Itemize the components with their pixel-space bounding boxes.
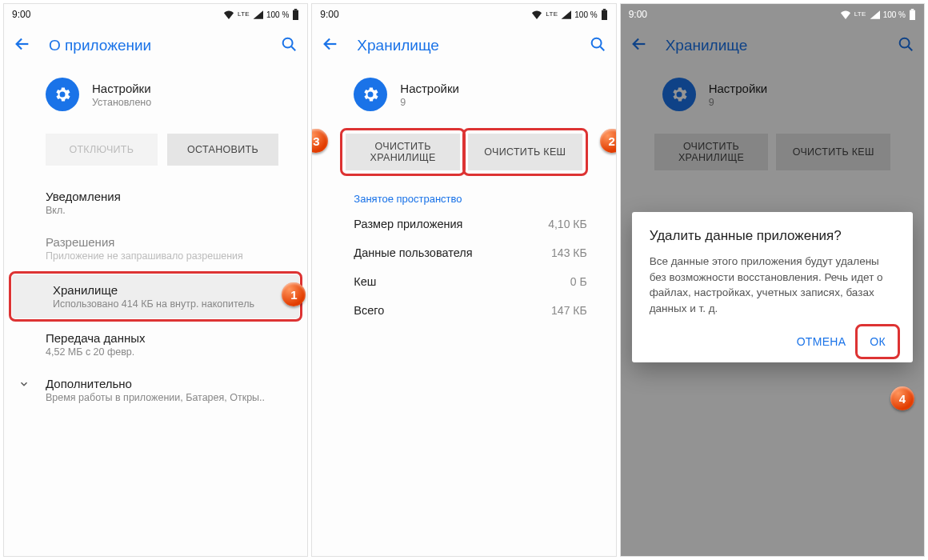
signal-icon: [870, 10, 880, 19]
app-name: Настройки: [92, 82, 151, 95]
app-name: Настройки: [400, 82, 459, 95]
app-icon-settings: [46, 78, 79, 111]
advanced-title: Дополнительно: [46, 377, 278, 390]
status-icons: LTE 100 %: [223, 9, 299, 20]
app-icon-settings: [354, 78, 387, 111]
svg-rect-1: [294, 9, 298, 10]
lte-label: LTE: [238, 11, 250, 18]
storage-sub: Использовано 414 КБ на внутр. накопитель: [53, 298, 271, 310]
permissions-item[interactable]: Разрешения Приложение не запрашивало раз…: [4, 226, 307, 271]
ok-highlight: ОК: [860, 329, 895, 354]
label: Кеш: [354, 275, 376, 288]
screen-app-info: 9:00 LTE 100 % О приложении Настройки Ус…: [3, 3, 308, 557]
status-time: 9:00: [320, 9, 338, 20]
status-time: 9:00: [12, 9, 30, 20]
action-buttons: ОТКЛЮЧИТЬ ОСТАНОВИТЬ: [4, 126, 307, 180]
data-usage-sub: 4,52 МБ с 20 февр.: [46, 346, 278, 358]
callout-marker-3: 3: [312, 129, 328, 153]
clear-storage-highlight: ОЧИСТИТЬ ХРАНИЛИЩЕ: [346, 134, 460, 170]
search-icon[interactable]: [280, 35, 298, 56]
battery-icon: [292, 9, 299, 20]
header: Хранилище: [312, 25, 615, 66]
callout-marker-2: 2: [600, 129, 616, 153]
advanced-sub: Время работы в приложении, Батарея, Откр…: [46, 392, 278, 403]
row-user-data: Данные пользователя 143 КБ: [312, 238, 615, 267]
space-used-header: Занятое пространство: [312, 185, 615, 210]
lte-label: LTE: [854, 11, 866, 18]
row-total: Всего 147 КБ: [312, 296, 615, 325]
dialog-actions: ОТМЕНА ОК: [650, 329, 895, 354]
battery-percent: 100 %: [883, 10, 906, 19]
status-bar: 9:00 LTE 100 %: [4, 4, 307, 25]
header: О приложении: [4, 25, 307, 66]
storage-title: Хранилище: [53, 283, 271, 297]
app-summary: Настройки 9: [312, 66, 615, 126]
label: Данные пользователя: [354, 246, 472, 259]
dialog-body: Все данные этого приложения будут удален…: [650, 254, 895, 316]
battery-icon: [909, 9, 916, 20]
permissions-title: Разрешения: [46, 235, 278, 249]
force-stop-button[interactable]: ОСТАНОВИТЬ: [167, 134, 279, 166]
clear-cache-button[interactable]: ОЧИСТИТЬ КЕШ: [468, 134, 582, 170]
status-time: 9:00: [629, 9, 647, 20]
status-icons: LTE 100 %: [531, 9, 607, 20]
callout-marker-4: 4: [890, 386, 914, 410]
app-version: 9: [400, 97, 459, 108]
label: Размер приложения: [354, 218, 462, 230]
storage-item[interactable]: Хранилище Использовано 414 КБ на внутр. …: [9, 271, 302, 322]
content: Настройки Установлено ОТКЛЮЧИТЬ ОСТАНОВИ…: [4, 66, 307, 556]
advanced-item[interactable]: Дополнительно Время работы в приложении,…: [4, 367, 307, 413]
svg-rect-4: [602, 9, 606, 10]
notifications-item[interactable]: Уведомления Вкл.: [4, 180, 307, 226]
status-bar: 9:00 LTE 100 %: [312, 4, 615, 25]
value: 0 Б: [570, 275, 587, 288]
notifications-sub: Вкл.: [46, 205, 278, 216]
wifi-icon: [531, 10, 542, 19]
notifications-title: Уведомления: [46, 190, 278, 203]
ok-button[interactable]: ОК: [860, 329, 895, 354]
row-cache: Кеш 0 Б: [312, 267, 615, 296]
chevron-down-icon: [18, 378, 30, 392]
svg-rect-6: [910, 10, 915, 20]
search-icon[interactable]: [589, 35, 606, 56]
lte-label: LTE: [546, 11, 558, 18]
battery-percent: 100 %: [266, 10, 289, 19]
status-icons: LTE 100 %: [840, 9, 916, 20]
svg-point-5: [591, 38, 601, 48]
battery-icon: [601, 9, 608, 20]
content: Настройки 9 3 ОЧИСТИТЬ ХРАНИЛИЩЕ ОЧИСТИТ…: [312, 66, 615, 556]
status-bar: 9:00 LTE 100 %: [621, 4, 924, 25]
screen-storage: 9:00 LTE 100 % Хранилище Настройки 9 3 О…: [311, 3, 616, 557]
cancel-button[interactable]: ОТМЕНА: [787, 329, 856, 354]
page-title: Хранилище: [357, 37, 570, 54]
back-icon[interactable]: [14, 35, 31, 56]
svg-rect-7: [911, 9, 914, 10]
permissions-sub: Приложение не запрашивало разрешения: [46, 250, 278, 262]
data-usage-item[interactable]: Передача данных 4,52 МБ с 20 февр.: [4, 322, 307, 367]
clear-storage-button[interactable]: ОЧИСТИТЬ ХРАНИЛИЩЕ: [346, 134, 460, 170]
back-icon[interactable]: [322, 35, 339, 56]
screen-dialog: 9:00 LTE 100 % Хранилище Настройки 9 ОЧИ…: [620, 3, 925, 557]
value: 143 КБ: [551, 246, 587, 259]
svg-rect-3: [602, 10, 607, 20]
delete-data-dialog: Удалить данные приложения? Все данные эт…: [632, 212, 913, 362]
dialog-title: Удалить данные приложения?: [650, 228, 895, 244]
label: Всего: [354, 304, 384, 317]
wifi-icon: [223, 10, 234, 19]
action-buttons: 3 ОЧИСТИТЬ ХРАНИЛИЩЕ ОЧИСТИТЬ КЕШ 2: [312, 126, 615, 185]
clear-cache-highlight: ОЧИСТИТЬ КЕШ: [468, 134, 582, 170]
disable-button[interactable]: ОТКЛЮЧИТЬ: [46, 134, 158, 166]
value: 147 КБ: [551, 304, 587, 317]
row-app-size: Размер приложения 4,10 КБ: [312, 210, 615, 238]
app-summary: Настройки Установлено: [4, 66, 307, 126]
signal-icon: [561, 10, 571, 19]
battery-percent: 100 %: [574, 10, 597, 19]
svg-point-2: [283, 38, 293, 48]
app-installed-status: Установлено: [92, 97, 151, 108]
page-title: О приложении: [49, 37, 262, 54]
data-usage-title: Передача данных: [46, 331, 278, 345]
svg-rect-0: [293, 10, 298, 20]
value: 4,10 КБ: [548, 218, 586, 230]
signal-icon: [253, 10, 263, 19]
wifi-icon: [840, 10, 851, 19]
